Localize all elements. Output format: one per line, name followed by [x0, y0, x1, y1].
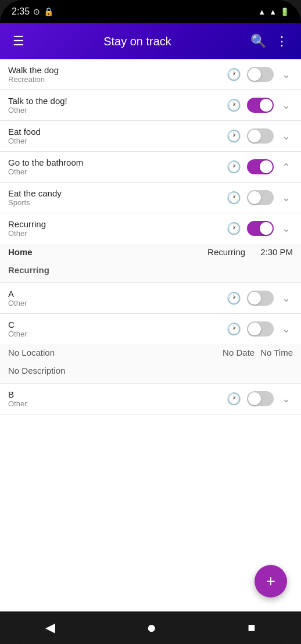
- task-info: Talk to the dog! Other: [8, 96, 227, 115]
- no-time-value: No Time: [260, 348, 293, 357]
- toggle-b[interactable]: [247, 391, 274, 406]
- toggle-walk-the-dog[interactable]: [247, 67, 274, 82]
- task-row: Talk to the dog! Other 🕐 ⌄: [0, 90, 301, 120]
- task-info: Go to the bathroom Other: [8, 158, 227, 176]
- status-bar: 2:35 ⊙ 🔒 ▲ ▲ 🔋: [0, 0, 301, 23]
- chevron-down-icon[interactable]: ⌄: [280, 98, 293, 113]
- battery-icon: 🔋: [280, 8, 289, 16]
- task-controls: 🕐 ⌄: [227, 128, 293, 144]
- app-bar: ☰ Stay on track 🔍 ⋮: [0, 23, 301, 59]
- task-name: A: [8, 289, 227, 299]
- home-button[interactable]: ●: [135, 614, 168, 642]
- task-controls: 🕐 ⌄: [227, 321, 293, 337]
- chevron-up-icon[interactable]: ⌄: [280, 159, 293, 174]
- task-category: Other: [8, 229, 227, 238]
- task-expanded-extra: No Description: [0, 364, 301, 383]
- task-controls: 🕐 ⌄: [227, 67, 293, 82]
- clock-icon[interactable]: 🕐: [227, 98, 241, 112]
- task-item-b: B Other 🕐 ⌄: [0, 384, 301, 414]
- time-value: 2:30 PM: [260, 247, 293, 257]
- clock-icon[interactable]: 🕐: [227, 392, 241, 406]
- task-expanded-extra: Recurring: [0, 264, 301, 282]
- bottom-navigation: ◀ ● ■: [0, 611, 301, 644]
- task-row: C Other 🕐 ⌄: [0, 314, 301, 344]
- location-label: Home: [8, 247, 33, 257]
- task-controls: 🕐 ⌄: [227, 221, 293, 236]
- task-row: Eat food Other 🕐 ⌄: [0, 121, 301, 151]
- task-row: B Other 🕐 ⌄: [0, 384, 301, 414]
- wifi-icon: ▲: [258, 8, 266, 16]
- more-icon[interactable]: ⋮: [271, 29, 293, 53]
- task-name: Eat food: [8, 127, 227, 137]
- task-category: Other: [8, 106, 227, 115]
- task-item-eat-candy: Eat the candy Sports 🕐 ⌄: [0, 183, 301, 213]
- task-expanded-row: Home Recurring 2:30 PM: [0, 244, 301, 264]
- task-controls: 🕐 ⌄: [227, 159, 293, 174]
- chevron-down-icon[interactable]: ⌄: [280, 221, 293, 236]
- toggle-c[interactable]: [247, 321, 274, 337]
- chevron-down-icon[interactable]: ⌄: [280, 67, 293, 82]
- chevron-down-icon[interactable]: ⌄: [280, 190, 293, 205]
- task-name: Eat the candy: [8, 188, 227, 198]
- toggle-eat-food[interactable]: [247, 128, 274, 144]
- status-icons: ▲ ▲ 🔋: [258, 8, 289, 16]
- clock-icon[interactable]: 🕐: [227, 129, 241, 143]
- chevron-down-icon[interactable]: ⌄: [280, 391, 293, 406]
- task-row: A Other 🕐 ⌄: [0, 283, 301, 313]
- task-controls: 🕐 ⌄: [227, 291, 293, 306]
- task-info: B Other: [8, 389, 227, 408]
- menu-icon[interactable]: ☰: [8, 29, 29, 53]
- task-expanded-row: No Location No Date No Time: [0, 344, 301, 364]
- task-name: B: [8, 389, 227, 399]
- task-item-talk-to-dog: Talk to the dog! Other 🕐 ⌄: [0, 90, 301, 121]
- task-info: C Other: [8, 320, 227, 338]
- chevron-down-icon[interactable]: ⌄: [280, 291, 293, 306]
- task-info: Eat food Other: [8, 127, 227, 145]
- task-category: Other: [8, 299, 227, 307]
- task-item-recurring: Recurring Other 🕐 ⌄ Home Recurring 2:30 …: [0, 213, 301, 283]
- task-item-a: A Other 🕐 ⌄: [0, 283, 301, 314]
- task-item-walk-the-dog: Walk the dog Recreation 🕐 ⌄: [0, 59, 301, 90]
- toggle-bathroom[interactable]: [247, 159, 274, 174]
- clock-icon[interactable]: 🕐: [227, 67, 241, 81]
- clock-icon[interactable]: 🕐: [227, 160, 241, 174]
- task-row: Eat the candy Sports 🕐 ⌄: [0, 183, 301, 213]
- toggle-talk-to-dog[interactable]: [247, 98, 274, 113]
- search-icon[interactable]: 🔍: [246, 29, 271, 53]
- toggle-a[interactable]: [247, 291, 274, 306]
- task-name: Go to the bathroom: [8, 158, 227, 167]
- task-controls: 🕐 ⌄: [227, 391, 293, 406]
- no-location-label: No Location: [8, 348, 55, 357]
- app-title: Stay on track: [29, 35, 246, 48]
- clock-icon[interactable]: 🕐: [227, 291, 241, 305]
- no-description-label: No Description: [8, 366, 65, 375]
- task-row: Recurring Other 🕐 ⌄: [0, 213, 301, 244]
- back-button[interactable]: ◀: [34, 616, 67, 640]
- task-category: Recreation: [8, 75, 227, 84]
- task-item-bathroom: Go to the bathroom Other 🕐 ⌄: [0, 152, 301, 183]
- chevron-down-icon[interactable]: ⌄: [280, 128, 293, 144]
- task-item-c: C Other 🕐 ⌄ No Location No Date No Time …: [0, 314, 301, 384]
- recurring-label: Recurring: [8, 265, 49, 275]
- toggle-recurring[interactable]: [247, 221, 274, 236]
- task-item-eat-food: Eat food Other 🕐 ⌄: [0, 121, 301, 152]
- clock-icon[interactable]: 🕐: [227, 221, 241, 235]
- recents-button[interactable]: ■: [236, 616, 267, 640]
- task-category: Sports: [8, 198, 227, 207]
- clock-icon[interactable]: 🕐: [227, 322, 241, 336]
- toggle-eat-candy[interactable]: [247, 190, 274, 205]
- task-category: Other: [8, 167, 227, 176]
- task-category: Other: [8, 399, 227, 408]
- task-name: C: [8, 320, 227, 330]
- recurring-value: Recurring: [207, 247, 245, 257]
- add-task-fab[interactable]: +: [255, 565, 287, 598]
- task-info: Recurring Other: [8, 219, 227, 238]
- chevron-down-icon[interactable]: ⌄: [280, 321, 293, 337]
- status-time: 2:35: [12, 6, 30, 17]
- task-row: Go to the bathroom Other 🕐 ⌄: [0, 152, 301, 182]
- clock-icon[interactable]: 🕐: [227, 191, 241, 205]
- task-name: Talk to the dog!: [8, 96, 227, 106]
- no-date-value: No Date: [223, 348, 255, 357]
- task-info: Eat the candy Sports: [8, 188, 227, 207]
- task-info: Walk the dog Recreation: [8, 65, 227, 84]
